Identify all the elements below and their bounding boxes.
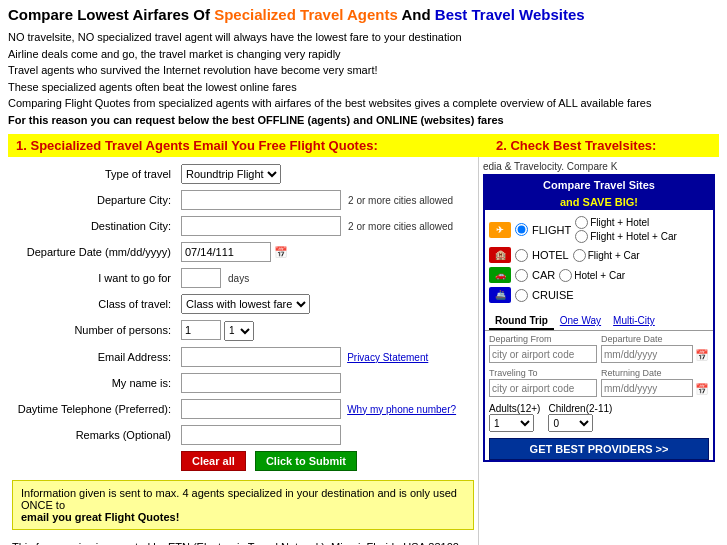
calendar-icon[interactable]: 📅	[274, 246, 288, 258]
departing-from-input[interactable]	[489, 345, 597, 363]
persons-select[interactable]: 12345	[224, 321, 254, 341]
phone-link[interactable]: Why my phone number?	[347, 404, 456, 415]
returning-date-input[interactable]	[601, 379, 693, 397]
intro-line-6: For this reason you can request below th…	[8, 112, 719, 129]
flight-hotel-car-row: Flight + Hotel + Car	[575, 230, 677, 243]
departure-date-label: Departure Date (mm/dd/yyyy)	[12, 239, 177, 265]
flight-car-radio[interactable]	[573, 249, 586, 262]
adults-select[interactable]: 1234	[489, 414, 534, 432]
travel-options: ✈ FLIGHT Flight + Hotel Flight + Hotel +…	[485, 210, 713, 309]
returning-date-label: Returning Date	[601, 368, 709, 378]
email-label: Email Address:	[12, 344, 177, 370]
buttons-cell: Clear all Click to Submit	[177, 448, 474, 474]
section2-title-bar: 2. Check Best Travelsites:	[486, 138, 711, 153]
section-bar: 1. Specialized Travel Agents Email You F…	[8, 134, 719, 157]
adults-group: Adults(12+) 1234	[489, 403, 540, 432]
hotel-label: HOTEL	[532, 249, 569, 261]
flight-row: ✈ FLIGHT Flight + Hotel Flight + Hotel +…	[489, 214, 709, 245]
hotel-radio[interactable]	[515, 249, 528, 262]
cruise-label: CRUISE	[532, 289, 574, 301]
booking-row2: Traveling To Returning Date 📅	[489, 368, 709, 400]
returning-date-group: Returning Date 📅	[601, 368, 709, 400]
departure-calendar-icon[interactable]: 📅	[695, 349, 709, 362]
hotel-car-label: Hotel + Car	[574, 270, 625, 281]
intro-text: NO travelsite, NO specialized travel age…	[8, 29, 719, 128]
privacy-link[interactable]: Privacy Statement	[347, 352, 428, 363]
tab-round-trip[interactable]: Round Trip	[489, 313, 554, 330]
intro-line-5: Comparing Flight Quotes from specialized…	[8, 95, 719, 112]
persons-input[interactable]	[181, 320, 221, 340]
traveling-to-group: Traveling To	[489, 368, 597, 400]
section2-number: 2. Check Best Travelsites:	[496, 134, 656, 157]
class-of-travel-label: Class of travel:	[12, 291, 177, 317]
booking-tabs: Round Trip One Way Multi-City	[485, 313, 713, 331]
flight-hotel-car-radio[interactable]	[575, 230, 588, 243]
title-part2: Best Travel Websites	[435, 6, 585, 23]
flight-icon: ✈	[489, 222, 511, 238]
remarks-row: Remarks (Optional)	[12, 422, 474, 448]
flight-hotel-label: Flight + Hotel	[590, 217, 649, 228]
flight-hotel-car-label: Flight + Hotel + Car	[590, 231, 677, 242]
tab-multi-city[interactable]: Multi-City	[607, 313, 661, 330]
phone-row: Daytime Telephone (Preferred): Why my ph…	[12, 396, 474, 422]
travel-compare-box: Compare Travel Sites and SAVE BIG! ✈ FLI…	[483, 174, 715, 462]
name-label: My name is:	[12, 370, 177, 396]
flight-hotel-radio[interactable]	[575, 216, 588, 229]
intro-line-2: Airline deals come and go, the travel ma…	[8, 46, 719, 63]
email-input[interactable]	[181, 347, 341, 367]
intro-line-4: These specialized agents often beat the …	[8, 79, 719, 96]
departure-date-input[interactable]	[181, 242, 271, 262]
cruise-radio[interactable]	[515, 289, 528, 302]
destination-city-hint: 2 or more cities allowed	[348, 221, 453, 232]
car-combo-group: Hotel + Car	[559, 269, 625, 282]
type-of-travel-label: Type of travel	[12, 161, 177, 187]
destination-city-row: Destination City: 2 or more cities allow…	[12, 213, 474, 239]
traveling-to-input[interactable]	[489, 379, 597, 397]
name-cell	[177, 370, 474, 396]
departure-city-input[interactable]	[181, 190, 341, 210]
departure-date-row: Departure Date (mm/dd/yyyy) 📅	[12, 239, 474, 265]
departure-date-right-input[interactable]	[601, 345, 693, 363]
clear-button[interactable]: Clear all	[181, 451, 246, 471]
title-part1: Specialized Travel Agents	[214, 6, 398, 23]
departure-city-row: Departure City: 2 or more cities allowed	[12, 187, 474, 213]
children-group: Children(2-11) 0123	[548, 403, 612, 432]
days-input[interactable]	[181, 268, 221, 288]
name-input[interactable]	[181, 373, 341, 393]
departure-date-cell: 📅	[177, 239, 474, 265]
return-calendar-icon[interactable]: 📅	[695, 383, 709, 396]
right-section: edia & Travelocity. Compare K Compare Tr…	[478, 157, 719, 545]
tab-one-way[interactable]: One Way	[554, 313, 607, 330]
departing-from-group: Departing From	[489, 334, 597, 366]
compare-subtitle: and SAVE BIG!	[485, 194, 713, 210]
get-providers-button[interactable]: GET BEST PROVIDERS >>	[489, 438, 709, 460]
notice-line2: email you great Flight Quotes!	[21, 511, 179, 523]
footer-line1: This free service is operated by ETN (El…	[12, 538, 474, 546]
buttons-row: Clear all Click to Submit	[12, 448, 474, 474]
hotel-combo-group: Flight + Car	[573, 249, 640, 262]
car-radio[interactable]	[515, 269, 528, 282]
type-of-travel-select[interactable]: Roundtrip Flight One Way Flight Multi-Ci…	[181, 164, 281, 184]
type-of-travel-row: Type of travel Roundtrip Flight One Way …	[12, 161, 474, 187]
car-row: 🚗 CAR Hotel + Car	[489, 265, 709, 285]
booking-form: Departing From Departure Date 📅	[485, 334, 713, 460]
want-to-go-row: I want to go for days	[12, 265, 474, 291]
destination-city-input[interactable]	[181, 216, 341, 236]
car-icon: 🚗	[489, 267, 511, 283]
submit-button[interactable]: Click to Submit	[255, 451, 357, 471]
hotel-icon: 🏨	[489, 247, 511, 263]
adults-label: Adults(12+)	[489, 403, 540, 414]
title-prefix: Compare Lowest Airfares Of	[8, 6, 214, 23]
number-of-persons-row: Number of persons: 12345	[12, 317, 474, 344]
class-of-travel-select[interactable]: Class with lowest fare Economy Business …	[181, 294, 310, 314]
remarks-input[interactable]	[181, 425, 341, 445]
intro-line-3: Travel agents who survived the Internet …	[8, 62, 719, 79]
departure-date-right-label: Departure Date	[601, 334, 709, 344]
flight-radio[interactable]	[515, 223, 528, 236]
hotel-car-radio[interactable]	[559, 269, 572, 282]
children-select[interactable]: 0123	[548, 414, 593, 432]
phone-input[interactable]	[181, 399, 341, 419]
hotel-row: 🏨 HOTEL Flight + Car	[489, 245, 709, 265]
section1-title-bar: 1. Specialized Travel Agents Email You F…	[16, 138, 486, 153]
section1-number: 1. Specialized Travel Agents Email You F…	[16, 134, 378, 157]
